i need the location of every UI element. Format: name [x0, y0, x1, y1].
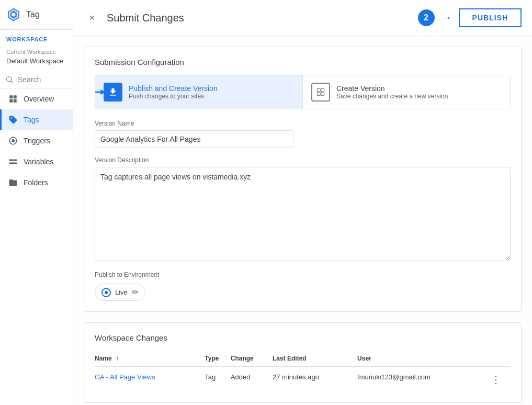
sidebar-item-tags[interactable]: Tags [0, 109, 73, 130]
row-more[interactable]: ⋮ [491, 367, 511, 392]
folders-icon [8, 177, 18, 188]
sidebar-item-variables[interactable]: Variables [0, 151, 73, 172]
publish-option-text: Publish and Create Version Push changes … [129, 84, 218, 100]
create-option-text: Create Version Save changes and create a… [336, 84, 448, 100]
submission-config-card: Submission Configuration 1 [84, 47, 522, 312]
svg-rect-18 [321, 88, 324, 92]
workspace-name: Default Workspace [0, 56, 73, 71]
tags-label: Tags [24, 116, 39, 124]
modal-overlay: × Submit Changes 2 → PUBLISH Submission … [73, 0, 532, 405]
svg-rect-14 [9, 163, 17, 164]
publish-env-label: Publish to Environment [95, 271, 511, 278]
svg-rect-13 [9, 160, 17, 161]
modal-body: Submission Configuration 1 [73, 36, 532, 405]
col-change: Change [231, 351, 273, 367]
overview-label: Overview [24, 95, 54, 103]
create-option-title: Create Version [336, 84, 448, 93]
create-version-icon [311, 83, 330, 102]
more-options-icon[interactable]: ⋮ [491, 374, 502, 385]
search-label: Search [18, 75, 41, 84]
row-type: Tag [205, 367, 230, 392]
env-chip: Live ✏ [95, 284, 145, 301]
col-last-edited: Last Edited [273, 351, 357, 367]
current-workspace-label: Current Workspace [0, 44, 73, 56]
variables-label: Variables [24, 158, 53, 166]
overview-icon [8, 94, 18, 104]
submission-options: 1 Publish and Create Version Push change… [95, 75, 511, 109]
svg-point-4 [7, 77, 12, 82]
sidebar-item-overview[interactable]: Overview [0, 88, 73, 109]
workspace-changes-card: Workspace Changes Name ↑ Type [84, 322, 522, 403]
variables-icon [8, 156, 18, 167]
sort-arrow-icon: ↑ [116, 355, 119, 362]
arrow-right-icon: → [441, 11, 452, 25]
svg-point-21 [105, 291, 108, 294]
env-name: Live [115, 288, 128, 296]
sidebar-item-folders[interactable]: Folders [0, 172, 73, 193]
env-live-icon [101, 288, 111, 297]
svg-line-5 [11, 81, 13, 83]
sidebar: Tag WORKSPACE Current Workspace Default … [0, 0, 73, 405]
step2-badge: 2 [418, 9, 435, 26]
publish-area: 2 → PUBLISH [418, 8, 522, 27]
workspace-changes-title: Workspace Changes [95, 333, 511, 342]
svg-rect-8 [9, 99, 13, 103]
svg-point-12 [12, 139, 15, 142]
svg-rect-7 [14, 95, 17, 98]
search-bar[interactable]: Search [0, 71, 73, 88]
row-user: fmuriuki123@gmail.com [357, 367, 491, 392]
create-option-subtitle: Save changes and create a new version [336, 93, 448, 100]
row-last-edited: 27 minutes ago [273, 367, 357, 392]
main-area: × Submit Changes 2 → PUBLISH Submission … [73, 0, 532, 405]
table-row: GA - All Page Views Tag Added 27 minutes… [95, 367, 511, 392]
version-desc-textarea[interactable]: Tag captures all page views on vistamedi… [95, 167, 511, 261]
tags-icon [8, 115, 18, 125]
triggers-icon [8, 136, 18, 146]
col-type: Type [205, 351, 230, 367]
svg-marker-16 [100, 89, 106, 95]
publish-option-subtitle: Push changes to your sites [129, 93, 218, 100]
workspace-label: WORKSPACE [0, 30, 73, 44]
row-name[interactable]: GA - All Page Views [95, 367, 205, 392]
version-desc-label: Version Description [95, 156, 511, 164]
version-name-label: Version Name [95, 120, 511, 127]
publish-create-option[interactable]: 1 Publish and Create Version Push change… [95, 75, 302, 109]
sidebar-header: Tag [0, 0, 73, 30]
version-name-input[interactable] [95, 130, 293, 148]
sidebar-item-triggers[interactable]: Triggers [0, 130, 73, 151]
close-icon: × [89, 13, 95, 24]
sidebar-title: Tag [26, 10, 40, 19]
folders-label: Folders [24, 178, 48, 187]
row-change: Added [231, 367, 273, 392]
svg-rect-19 [317, 93, 320, 96]
submission-config-title: Submission Configuration [95, 58, 511, 66]
svg-rect-3 [12, 13, 15, 16]
modal-header: × Submit Changes 2 → PUBLISH [73, 0, 532, 36]
svg-rect-9 [14, 99, 17, 103]
close-button[interactable]: × [84, 9, 100, 26]
env-edit-icon[interactable]: ✏ [132, 287, 139, 297]
step1-arrow-icon [95, 87, 107, 97]
publish-button[interactable]: PUBLISH [459, 8, 522, 27]
search-icon [5, 75, 14, 84]
triggers-label: Triggers [24, 137, 50, 145]
col-name: Name ↑ [95, 351, 205, 367]
modal-title: Submit Changes [107, 12, 418, 24]
google-tag-manager-logo [5, 6, 22, 23]
publish-option-title: Publish and Create Version [129, 84, 218, 93]
svg-rect-20 [321, 93, 324, 96]
create-version-option[interactable]: Create Version Save changes and create a… [302, 75, 510, 109]
col-user: User [357, 351, 491, 367]
svg-point-10 [11, 118, 12, 119]
svg-rect-6 [9, 95, 13, 98]
col-actions [491, 351, 511, 367]
svg-rect-17 [317, 88, 320, 92]
changes-table: Name ↑ Type Change Last Edited [95, 351, 511, 392]
